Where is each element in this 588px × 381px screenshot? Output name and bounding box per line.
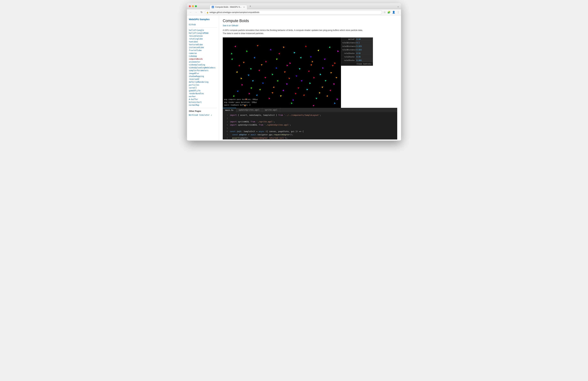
new-tab-button[interactable]: +: [249, 4, 252, 8]
sidebar-section-divider: [189, 108, 217, 108]
sidebar-item-renderBundles[interactable]: renderBundles: [189, 92, 217, 95]
control-row-deltaT: deltaT 0.04: [341, 38, 373, 41]
address-input[interactable]: [205, 10, 382, 14]
sidebar-item-animometer[interactable]: animometer: [189, 61, 217, 63]
render-duration: avg render pass duration: 190μs: [224, 101, 258, 104]
address-bar-row: ← → ↻ 🔒 ☆ 🧩 👤 ⋮: [187, 9, 401, 15]
sidebar-item-helloTriangle[interactable]: helloTriangle: [189, 29, 217, 32]
sidebar-item-cameras[interactable]: cameras: [189, 52, 217, 55]
code-tabs: main.ts updateSprites.wgsl sprite.wgsl: [223, 108, 397, 112]
sidebar-item-fractalCube[interactable]: fractalCube: [189, 49, 217, 52]
forward-button[interactable]: →: [194, 10, 198, 14]
control-row-rule2Scale: rule2Scale 0.05: [341, 55, 373, 59]
control-label-rule2Scale: rule2Scale: [341, 56, 356, 58]
sidebar-item-cornell[interactable]: cornell: [189, 86, 217, 89]
control-value-rule2Distance[interactable]: 0.025: [356, 45, 373, 48]
control-label-rule3Distance: rule3Distance: [341, 49, 356, 51]
sidebar-logo: WebGPU Samples: [189, 18, 217, 21]
control-value-rule1Distance[interactable]: 0.1: [356, 41, 373, 45]
sidebar-workload-simulator[interactable]: Workload Simulator ↗: [189, 113, 217, 116]
control-row-rule1Distance: rule1Distance 0.1: [341, 41, 373, 45]
svg-rect-2: [223, 37, 341, 108]
sidebar-item-helloTriangleMSAA[interactable]: helloTriangleMSAA: [189, 32, 217, 35]
control-value-deltaT[interactable]: 0.04: [356, 38, 373, 41]
browser-content: WebGPU Samples Github helloTriangle hell…: [187, 15, 401, 140]
close-controls-row: Close Controls: [341, 62, 373, 66]
control-value-rule3Scale[interactable]: 0.005: [356, 59, 373, 62]
window-controls: ⌄: [397, 5, 399, 8]
sidebar-item-imageBlur[interactable]: imageBlur: [189, 72, 217, 75]
chevron-down-icon[interactable]: ⌄: [397, 5, 399, 8]
code-line-8: 8 assert(adapter, 'requestAdapter return…: [223, 136, 397, 139]
control-label-rule1Scale: rule1Scale: [341, 52, 356, 54]
address-bar-container: 🔒: [205, 10, 382, 14]
browser-window: W Compute Boids - WebGPU S... ✕ + ⌄ ← → …: [187, 3, 401, 141]
sidebar-item-computeBoids[interactable]: computeBoids: [189, 58, 217, 61]
sidebar-item-worker[interactable]: worker: [189, 95, 217, 98]
sidebar-item-videoUploadingWebCodecs[interactable]: videoUploadingWebCodecs: [189, 66, 217, 69]
sidebar-item-resizeCanvas[interactable]: resizeCanvas: [189, 35, 217, 37]
control-row-rule1Scale: rule1Scale 0.02: [341, 52, 373, 55]
simulation-canvas: avg compute pass duration: 886μs avg ren…: [223, 37, 341, 108]
simulation-wrapper: avg compute pass duration: 886μs avg ren…: [223, 37, 397, 108]
code-line-7: 7 const adapter = await navigator.gpu.re…: [223, 133, 397, 136]
extensions-icon[interactable]: 🧩: [387, 11, 391, 14]
code-area: 1 import { assert, makeSample, SampleIni…: [223, 112, 397, 139]
profile-icon[interactable]: 👤: [392, 11, 395, 14]
main-content: Compute Boids See it on Github! A GPU co…: [219, 15, 401, 140]
control-value-rule2Scale[interactable]: 0.05: [356, 55, 373, 59]
minimize-button[interactable]: [192, 5, 194, 7]
tab-bar: W Compute Boids - WebGPU S... ✕ +: [210, 3, 252, 9]
sidebar-item-reversedZ[interactable]: reversedZ: [189, 78, 217, 81]
control-label-rule2Distance: rule2Distance: [341, 45, 356, 47]
sidebar-item-shadowMapping[interactable]: shadowMapping: [189, 75, 217, 78]
menu-icon[interactable]: ⋮: [397, 11, 399, 14]
code-line-1: 1 import { assert, makeSample, SampleIni…: [223, 113, 397, 117]
control-row-rule2Distance: rule2Distance 0.025: [341, 45, 373, 48]
sidebar-github-link[interactable]: Github: [189, 23, 217, 26]
address-icons: ☆ 🧩 👤 ⋮: [383, 11, 399, 14]
tab-label: Compute Boids - WebGPU S...: [215, 6, 242, 8]
sidebar-item-rotatingCube[interactable]: rotatingCube: [189, 37, 217, 40]
svg-text:W: W: [212, 6, 214, 8]
active-tab[interactable]: W Compute Boids - WebGPU S... ✕: [210, 5, 247, 9]
sidebar-item-samplerParameters[interactable]: samplerParameters: [189, 69, 217, 72]
sidebar-item-A-buffer[interactable]: A-buffer: [189, 98, 217, 101]
title-bar: W Compute Boids - WebGPU S... ✕ + ⌄: [187, 3, 401, 9]
control-value-rule1Scale[interactable]: 0.02: [356, 52, 373, 55]
description: A GPU compute particle simulation that m…: [223, 29, 367, 35]
star-icon[interactable]: ☆: [383, 11, 386, 14]
control-value-rule3Distance[interactable]: 0.025: [356, 48, 373, 51]
code-tab-updateSprites[interactable]: updateSprites.wgsl: [236, 108, 262, 112]
lock-icon: 🔒: [207, 11, 209, 13]
code-line-4: 4 import updateSpritesWGSL from './updat…: [223, 123, 397, 127]
github-link[interactable]: See it on Github!: [223, 24, 397, 27]
control-label-rule1Distance: rule1Distance: [341, 42, 356, 44]
control-row-rule3Distance: rule3Distance 0.025: [341, 48, 373, 52]
traffic-lights: [189, 5, 197, 7]
sidebar-item-twoCubes[interactable]: twoCubes: [189, 40, 217, 43]
sidebar-item-instancedCube[interactable]: instancedCube: [189, 46, 217, 49]
sidebar-item-videoUploading[interactable]: videoUploading: [189, 63, 217, 66]
compute-duration: avg compute pass duration: 886μs: [224, 98, 258, 101]
code-tab-main-ts[interactable]: main.ts: [223, 108, 236, 112]
reload-button[interactable]: ↻: [199, 10, 204, 14]
close-controls-button[interactable]: Close Controls: [357, 63, 372, 65]
sidebar-item-particles[interactable]: particles: [189, 84, 217, 86]
sidebar-item-deferredRendering[interactable]: deferredRendering: [189, 81, 217, 84]
maximize-button[interactable]: [195, 5, 197, 7]
sidebar-item-bitonicSort[interactable]: bitonicSort: [189, 101, 217, 104]
stats-overlay: avg compute pass duration: 886μs avg ren…: [224, 98, 258, 107]
code-line-6: 6 const init: SampleInit = async ({ canv…: [223, 130, 397, 133]
tab-close-button[interactable]: ✕: [243, 6, 245, 8]
other-pages-title: Other Pages: [189, 110, 217, 112]
close-button[interactable]: [189, 5, 191, 7]
sidebar-item-texturedCube[interactable]: texturedCube: [189, 43, 217, 46]
sidebar-item-cubemap[interactable]: cubemap: [189, 55, 217, 58]
control-label-deltaT: deltaT: [341, 38, 356, 40]
controls-panel: deltaT 0.04 rule1Distance 0.1 rule2Dista…: [341, 37, 373, 66]
sidebar-item-normalMap[interactable]: normalMap: [189, 104, 217, 107]
sidebar-item-gameOfLife[interactable]: gameOfLife: [189, 89, 217, 92]
code-tab-sprite[interactable]: sprite.wgsl: [262, 108, 280, 112]
back-button[interactable]: ←: [189, 10, 193, 14]
